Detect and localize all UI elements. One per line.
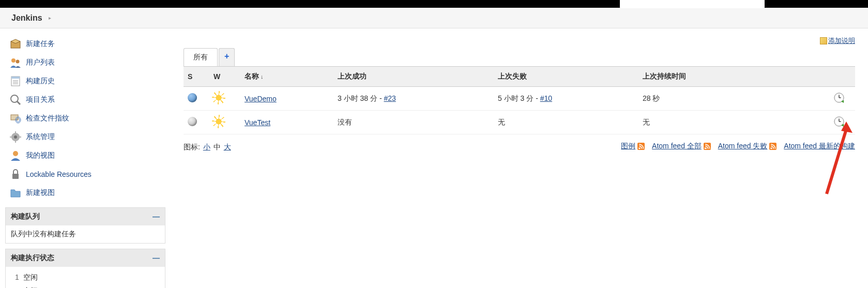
sidebar-fingerprint[interactable]: 检查文件指纹	[5, 109, 171, 128]
status-ball-grey[interactable]	[188, 117, 197, 126]
svg-rect-18	[10, 137, 12, 138]
svg-point-3	[16, 60, 20, 64]
last-failure-cell: 无	[494, 111, 638, 134]
sidebar-item-label: 新建任务	[26, 39, 55, 49]
sidebar-item-label: 我的视图	[26, 151, 55, 160]
tab-add[interactable]: +	[219, 48, 235, 66]
sidebar-item-label: 用户列表	[26, 58, 55, 67]
sidebar-build-history[interactable]: 构建历史	[5, 72, 171, 90]
icon-size-large[interactable]: 大	[224, 143, 231, 151]
collapse-icon[interactable]: —	[153, 254, 160, 262]
icon-size-medium: 中	[214, 143, 221, 151]
sidebar-people[interactable]: 用户列表	[5, 53, 171, 72]
build-link[interactable]: #10	[540, 94, 552, 102]
last-success-cell: 没有	[333, 111, 494, 134]
rss-icon	[637, 143, 645, 150]
tab-all[interactable]: 所有	[184, 48, 218, 66]
col-last-success[interactable]: 上次成功	[333, 67, 494, 87]
executor-row: 2 空闲	[11, 284, 160, 288]
weather-sun-icon[interactable]	[214, 93, 224, 103]
breadcrumb-bar: Jenkins ▸	[0, 8, 868, 28]
chevron-right-icon: ▸	[49, 15, 51, 21]
col-status[interactable]: S	[184, 67, 209, 87]
sidebar-item-label: 检查文件指纹	[26, 114, 69, 123]
collapse-icon[interactable]: —	[153, 213, 160, 221]
feeds-row: 图例 Atom feed 全部 Atom feed 失败 Atom feed 最…	[615, 142, 855, 151]
last-failure-cell: 5 小时 3 分 - #10	[494, 87, 638, 111]
sort-down-icon: ↓	[261, 73, 264, 80]
sidebar-lockable[interactable]: Lockable Resources	[5, 165, 171, 184]
executor-status-panel: 构建执行状态 — 1 空闲 2 空闲	[5, 249, 165, 288]
build-queue-title: 构建队列	[11, 212, 40, 221]
svg-rect-21	[12, 174, 19, 179]
build-queue-header: 构建队列 —	[6, 208, 165, 225]
feed-latest-link[interactable]: Atom feed 最新的构建	[784, 142, 855, 150]
sidebar-item-label: 系统管理	[26, 132, 55, 142]
table-row: VueDemo 3 小时 38 分 - #23 5 小时 3 分 - #10 2…	[184, 87, 855, 111]
svg-rect-16	[15, 131, 16, 133]
people-icon	[9, 56, 22, 69]
svg-point-9	[11, 95, 18, 102]
sidebar-my-views[interactable]: 我的视图	[5, 146, 171, 165]
build-now-icon[interactable]	[833, 116, 845, 127]
main-content: 添加说明 所有 + S W 名称↓ 上次成功 上次失败 上次持续时间	[171, 28, 868, 288]
svg-point-20	[13, 151, 18, 156]
job-link[interactable]: VueDemo	[245, 95, 277, 103]
sidebar-manage[interactable]: 系统管理	[5, 128, 171, 146]
duration-cell: 无	[638, 111, 829, 134]
svg-line-10	[17, 101, 20, 104]
sidebar-item-label: 项目关系	[26, 95, 55, 104]
svg-rect-17	[15, 141, 16, 143]
person-icon	[9, 149, 22, 162]
jobs-table: S W 名称↓ 上次成功 上次失败 上次持续时间 VueDemo 3 小时 38…	[184, 67, 855, 134]
svg-rect-5	[11, 77, 20, 79]
rss-icon	[769, 143, 776, 150]
sidebar: 新建任务 用户列表 构建历史 项目关系 检查文件指纹	[0, 28, 171, 288]
weather-sun-icon[interactable]	[214, 116, 224, 127]
sidebar-new-item[interactable]: 新建任务	[5, 35, 171, 53]
executor-status-title[interactable]: 构建执行状态	[11, 253, 54, 263]
feed-failures-link[interactable]: Atom feed 失败	[718, 142, 768, 150]
col-weather[interactable]: W	[209, 67, 240, 87]
executor-num: 1	[11, 273, 23, 282]
col-last-failure[interactable]: 上次失败	[494, 67, 638, 87]
sidebar-item-label: Lockable Resources	[26, 170, 92, 178]
col-name[interactable]: 名称↓	[240, 67, 333, 87]
lock-icon	[9, 168, 22, 180]
tabs: 所有 +	[184, 48, 855, 67]
notepad-icon	[9, 75, 22, 87]
svg-point-15	[14, 135, 17, 139]
duration-cell: 28 秒	[638, 87, 829, 111]
col-last-duration[interactable]: 上次持续时间	[638, 67, 829, 87]
search-input[interactable]	[620, 0, 765, 8]
table-row: VueTest 没有 无 无	[184, 111, 855, 134]
sidebar-relationship[interactable]: 项目关系	[5, 90, 171, 109]
svg-rect-19	[19, 137, 21, 138]
build-link[interactable]: #23	[384, 94, 395, 102]
package-icon	[9, 38, 22, 50]
last-success-cell: 3 小时 38 分 - #23	[333, 87, 494, 111]
executor-state: 空闲	[23, 273, 38, 282]
legend-link[interactable]: 图例	[621, 142, 635, 150]
rss-icon	[704, 143, 711, 150]
svg-point-32	[639, 147, 641, 149]
edit-icon	[820, 37, 827, 44]
feed-all-link[interactable]: Atom feed 全部	[652, 142, 702, 150]
executor-row: 1 空闲	[11, 271, 160, 284]
icon-size-small[interactable]: 小	[203, 143, 210, 151]
job-link[interactable]: VueTest	[245, 118, 270, 127]
gear-icon	[9, 131, 22, 143]
icon-size-row: 图标: 小 中 大	[184, 143, 232, 152]
svg-point-33	[705, 147, 706, 149]
breadcrumb-root[interactable]: Jenkins	[5, 13, 49, 23]
build-now-icon[interactable]	[833, 92, 845, 103]
status-ball-blue[interactable]	[188, 93, 197, 102]
build-queue-body: 队列中没有构建任务	[6, 225, 165, 243]
add-description-link[interactable]: 添加说明	[828, 37, 855, 44]
sidebar-item-label: 新建视图	[26, 188, 55, 198]
top-bar	[0, 0, 868, 8]
sidebar-new-view[interactable]: 新建视图	[5, 184, 171, 202]
folder-plus-icon	[9, 187, 22, 199]
svg-point-2	[11, 58, 16, 63]
add-description-area: 添加说明	[184, 36, 855, 46]
